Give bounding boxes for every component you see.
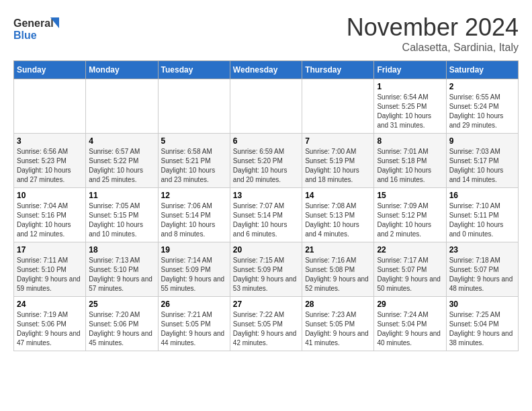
logo-icon: General Blue: [13, 13, 60, 43]
day-number: 20: [233, 245, 299, 255]
day-info: Sunrise: 7:18 AM Sunset: 5:07 PM Dayligh…: [449, 256, 515, 293]
day-info: Sunrise: 7:15 AM Sunset: 5:09 PM Dayligh…: [233, 256, 299, 293]
day-number: 7: [305, 136, 371, 146]
day-cell: 12Sunrise: 7:06 AM Sunset: 5:14 PM Dayli…: [158, 188, 230, 242]
week-row-1: 1Sunrise: 6:54 AM Sunset: 5:25 PM Daylig…: [14, 79, 519, 134]
weekday-sunday: Sunday: [14, 61, 86, 79]
day-number: 25: [89, 300, 154, 309]
day-info: Sunrise: 7:06 AM Sunset: 5:14 PM Dayligh…: [161, 201, 227, 239]
day-cell: 25Sunrise: 7:20 AM Sunset: 5:06 PM Dayli…: [86, 297, 158, 351]
day-number: 12: [161, 191, 227, 200]
day-number: 18: [89, 245, 154, 255]
day-number: 27: [233, 300, 299, 309]
day-cell: 28Sunrise: 7:23 AM Sunset: 5:05 PM Dayli…: [302, 297, 374, 351]
day-info: Sunrise: 7:01 AM Sunset: 5:18 PM Dayligh…: [377, 147, 443, 185]
day-number: 9: [449, 136, 515, 146]
day-cell: 1Sunrise: 6:54 AM Sunset: 5:25 PM Daylig…: [374, 79, 446, 134]
day-number: 10: [17, 191, 83, 200]
day-info: Sunrise: 7:19 AM Sunset: 5:06 PM Dayligh…: [17, 310, 83, 348]
location: Calasetta, Sardinia, Italy: [347, 42, 519, 54]
day-number: 5: [161, 136, 227, 146]
day-number: 2: [449, 82, 515, 91]
month-title: November 2024: [347, 13, 519, 42]
day-cell: 27Sunrise: 7:22 AM Sunset: 5:05 PM Dayli…: [230, 297, 302, 351]
page-header: General Blue November 2024 Calasetta, Sa…: [13, 13, 519, 54]
day-info: Sunrise: 7:07 AM Sunset: 5:14 PM Dayligh…: [233, 201, 299, 239]
weekday-header-row: SundayMondayTuesdayWednesdayThursdayFrid…: [14, 61, 519, 79]
day-cell: 9Sunrise: 7:03 AM Sunset: 5:17 PM Daylig…: [446, 134, 518, 188]
day-number: 30: [449, 300, 515, 309]
day-cell: 20Sunrise: 7:15 AM Sunset: 5:09 PM Dayli…: [230, 242, 302, 297]
day-info: Sunrise: 7:16 AM Sunset: 5:08 PM Dayligh…: [305, 256, 371, 293]
day-cell: 17Sunrise: 7:11 AM Sunset: 5:10 PM Dayli…: [14, 242, 86, 297]
day-number: 4: [89, 136, 154, 146]
day-info: Sunrise: 7:05 AM Sunset: 5:15 PM Dayligh…: [89, 201, 154, 239]
day-number: 6: [233, 136, 299, 146]
weekday-friday: Friday: [374, 61, 446, 79]
day-cell: 24Sunrise: 7:19 AM Sunset: 5:06 PM Dayli…: [14, 297, 86, 351]
day-cell: 30Sunrise: 7:25 AM Sunset: 5:04 PM Dayli…: [446, 297, 518, 351]
day-cell: [86, 79, 158, 134]
weekday-monday: Monday: [86, 61, 158, 79]
day-cell: 26Sunrise: 7:21 AM Sunset: 5:05 PM Dayli…: [158, 297, 230, 351]
day-cell: 16Sunrise: 7:10 AM Sunset: 5:11 PM Dayli…: [446, 188, 518, 242]
day-number: 13: [233, 191, 299, 200]
day-number: 19: [161, 245, 227, 255]
day-cell: 29Sunrise: 7:24 AM Sunset: 5:04 PM Dayli…: [374, 297, 446, 351]
day-number: 8: [377, 136, 443, 146]
day-info: Sunrise: 7:00 AM Sunset: 5:19 PM Dayligh…: [305, 147, 371, 185]
day-number: 11: [89, 191, 154, 200]
day-number: 14: [305, 191, 371, 200]
day-info: Sunrise: 7:09 AM Sunset: 5:12 PM Dayligh…: [377, 201, 443, 239]
day-number: 21: [305, 245, 371, 255]
weekday-tuesday: Tuesday: [158, 61, 230, 79]
weekday-wednesday: Wednesday: [230, 61, 302, 79]
day-info: Sunrise: 6:56 AM Sunset: 5:23 PM Dayligh…: [17, 147, 83, 185]
day-info: Sunrise: 6:58 AM Sunset: 5:21 PM Dayligh…: [161, 147, 227, 185]
day-info: Sunrise: 7:17 AM Sunset: 5:07 PM Dayligh…: [377, 256, 443, 293]
day-cell: 3Sunrise: 6:56 AM Sunset: 5:23 PM Daylig…: [14, 134, 86, 188]
title-block: November 2024 Calasetta, Sardinia, Italy: [347, 13, 519, 54]
day-number: 3: [17, 136, 83, 146]
day-number: 16: [449, 191, 515, 200]
day-cell: 18Sunrise: 7:13 AM Sunset: 5:10 PM Dayli…: [86, 242, 158, 297]
day-number: 1: [377, 82, 443, 91]
calendar-table: SundayMondayTuesdayWednesdayThursdayFrid…: [13, 60, 519, 351]
day-number: 26: [161, 300, 227, 309]
day-cell: 21Sunrise: 7:16 AM Sunset: 5:08 PM Dayli…: [302, 242, 374, 297]
day-number: 22: [377, 245, 443, 255]
day-cell: 5Sunrise: 6:58 AM Sunset: 5:21 PM Daylig…: [158, 134, 230, 188]
day-info: Sunrise: 6:54 AM Sunset: 5:25 PM Dayligh…: [377, 93, 443, 130]
day-info: Sunrise: 7:04 AM Sunset: 5:16 PM Dayligh…: [17, 201, 83, 239]
day-cell: 10Sunrise: 7:04 AM Sunset: 5:16 PM Dayli…: [14, 188, 86, 242]
day-cell: 13Sunrise: 7:07 AM Sunset: 5:14 PM Dayli…: [230, 188, 302, 242]
day-info: Sunrise: 7:22 AM Sunset: 5:05 PM Dayligh…: [233, 310, 299, 348]
week-row-5: 24Sunrise: 7:19 AM Sunset: 5:06 PM Dayli…: [14, 297, 519, 351]
svg-text:Blue: Blue: [13, 30, 37, 41]
day-number: 15: [377, 191, 443, 200]
day-cell: 14Sunrise: 7:08 AM Sunset: 5:13 PM Dayli…: [302, 188, 374, 242]
day-cell: [302, 79, 374, 134]
day-info: Sunrise: 7:11 AM Sunset: 5:10 PM Dayligh…: [17, 256, 83, 293]
day-number: 17: [17, 245, 83, 255]
day-info: Sunrise: 7:13 AM Sunset: 5:10 PM Dayligh…: [89, 256, 154, 293]
day-cell: 19Sunrise: 7:14 AM Sunset: 5:09 PM Dayli…: [158, 242, 230, 297]
day-info: Sunrise: 7:10 AM Sunset: 5:11 PM Dayligh…: [449, 201, 515, 239]
day-cell: 4Sunrise: 6:57 AM Sunset: 5:22 PM Daylig…: [86, 134, 158, 188]
day-cell: 7Sunrise: 7:00 AM Sunset: 5:19 PM Daylig…: [302, 134, 374, 188]
calendar-header: SundayMondayTuesdayWednesdayThursdayFrid…: [14, 61, 519, 79]
weekday-saturday: Saturday: [446, 61, 518, 79]
week-row-2: 3Sunrise: 6:56 AM Sunset: 5:23 PM Daylig…: [14, 134, 519, 188]
day-cell: [158, 79, 230, 134]
day-info: Sunrise: 7:20 AM Sunset: 5:06 PM Dayligh…: [89, 310, 154, 348]
day-info: Sunrise: 7:21 AM Sunset: 5:05 PM Dayligh…: [161, 310, 227, 348]
day-cell: [230, 79, 302, 134]
day-info: Sunrise: 7:24 AM Sunset: 5:04 PM Dayligh…: [377, 310, 443, 348]
day-cell: [14, 79, 86, 134]
day-info: Sunrise: 6:55 AM Sunset: 5:24 PM Dayligh…: [449, 93, 515, 130]
day-cell: 22Sunrise: 7:17 AM Sunset: 5:07 PM Dayli…: [374, 242, 446, 297]
calendar-body: 1Sunrise: 6:54 AM Sunset: 5:25 PM Daylig…: [14, 79, 519, 351]
day-cell: 15Sunrise: 7:09 AM Sunset: 5:12 PM Dayli…: [374, 188, 446, 242]
day-cell: 11Sunrise: 7:05 AM Sunset: 5:15 PM Dayli…: [86, 188, 158, 242]
weekday-thursday: Thursday: [302, 61, 374, 79]
